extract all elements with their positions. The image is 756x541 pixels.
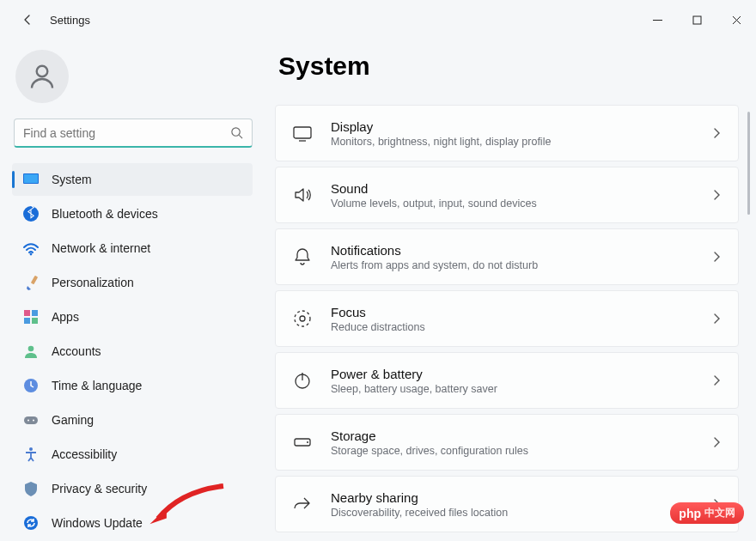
brush-icon xyxy=(22,274,40,291)
svg-point-23 xyxy=(295,311,310,326)
power-icon xyxy=(291,369,314,392)
sidebar-item-person[interactable]: Accounts xyxy=(12,335,253,368)
chevron-right-icon xyxy=(710,313,722,325)
svg-rect-13 xyxy=(32,318,38,324)
card-body: Power & battery Sleep, battery usage, ba… xyxy=(331,367,710,395)
sidebar-item-clock[interactable]: Time & language xyxy=(12,369,253,402)
sidebar-item-label: Windows Update xyxy=(52,516,143,530)
card-body: Display Monitors, brightness, night ligh… xyxy=(331,119,710,148)
card-bell[interactable]: Notifications Alerts from apps and syste… xyxy=(275,228,739,285)
svg-line-4 xyxy=(239,135,242,138)
svg-point-17 xyxy=(27,420,29,422)
card-title: Sound xyxy=(331,181,710,196)
card-title: Storage xyxy=(331,429,710,443)
bell-icon xyxy=(291,246,314,268)
card-title: Focus xyxy=(331,305,710,319)
sidebar-item-system[interactable]: System xyxy=(12,163,253,196)
search-icon xyxy=(230,126,243,139)
card-body: Focus Reduce distractions xyxy=(331,305,710,333)
svg-point-2 xyxy=(37,66,48,77)
arrow-left-icon xyxy=(21,13,35,27)
card-subtitle: Alerts from apps and system, do not dist… xyxy=(331,259,710,271)
chevron-right-icon xyxy=(710,127,722,139)
card-focus[interactable]: Focus Reduce distractions xyxy=(275,290,739,347)
svg-rect-16 xyxy=(24,416,38,424)
card-title: Notifications xyxy=(331,243,710,258)
sidebar-item-access[interactable]: Accessibility xyxy=(12,438,253,471)
card-share[interactable]: Nearby sharing Discoverability, received… xyxy=(275,476,739,532)
card-subtitle: Volume levels, output, input, sound devi… xyxy=(331,198,710,210)
minimize-button[interactable] xyxy=(637,7,677,33)
close-button[interactable] xyxy=(716,7,756,33)
svg-rect-21 xyxy=(294,127,311,138)
bluetooth-icon xyxy=(22,205,40,222)
svg-point-18 xyxy=(33,420,34,422)
card-body: Nearby sharing Discoverability, received… xyxy=(331,490,710,519)
titlebar: Settings xyxy=(0,0,756,40)
card-subtitle: Reduce distractions xyxy=(331,321,710,333)
card-body: Notifications Alerts from apps and syste… xyxy=(331,243,710,271)
svg-point-3 xyxy=(232,128,240,136)
sidebar-item-update[interactable]: Windows Update xyxy=(12,507,253,539)
scrollbar[interactable] xyxy=(747,45,754,532)
sidebar-item-label: Bluetooth & devices xyxy=(52,207,158,221)
sidebar-item-label: Accounts xyxy=(52,344,101,358)
share-icon xyxy=(291,493,314,515)
svg-rect-10 xyxy=(24,310,30,316)
chevron-right-icon xyxy=(710,374,722,386)
card-subtitle: Discoverability, received files location xyxy=(331,507,710,519)
sidebar-item-game[interactable]: Gaming xyxy=(12,404,253,436)
svg-rect-12 xyxy=(24,318,30,324)
card-power[interactable]: Power & battery Sleep, battery usage, ba… xyxy=(275,352,739,409)
svg-point-28 xyxy=(307,441,308,443)
user-avatar[interactable] xyxy=(15,50,69,103)
sidebar-item-label: Accessibility xyxy=(52,447,117,461)
chevron-right-icon xyxy=(710,189,722,201)
sidebar-item-label: Apps xyxy=(52,310,79,324)
sidebar-item-brush[interactable]: Personalization xyxy=(12,266,253,299)
system-icon xyxy=(22,171,40,188)
sidebar-item-label: Gaming xyxy=(52,413,94,427)
svg-rect-11 xyxy=(32,310,38,316)
clock-icon xyxy=(22,377,40,394)
sidebar-nav: SystemBluetooth & devicesNetwork & inter… xyxy=(12,163,253,539)
card-title: Power & battery xyxy=(331,367,710,381)
person-icon xyxy=(27,61,58,92)
sidebar-item-shield[interactable]: Privacy & security xyxy=(12,472,253,505)
card-title: Nearby sharing xyxy=(331,490,710,505)
main-panel: System Display Monitors, brightness, nig… xyxy=(275,40,739,541)
card-storage[interactable]: Storage Storage space, drives, configura… xyxy=(275,414,739,471)
window-controls xyxy=(637,7,756,33)
sidebar-item-label: Personalization xyxy=(52,276,134,289)
svg-point-14 xyxy=(28,346,34,352)
sidebar-item-apps[interactable]: Apps xyxy=(12,301,253,333)
sidebar: SystemBluetooth & devicesNetwork & inter… xyxy=(0,40,258,541)
watermark-cn: 中文网 xyxy=(704,506,735,520)
card-subtitle: Monitors, brightness, night light, displ… xyxy=(331,136,710,148)
card-display[interactable]: Display Monitors, brightness, night ligh… xyxy=(275,105,739,161)
search-input[interactable] xyxy=(23,126,230,140)
settings-list: Display Monitors, brightness, night ligh… xyxy=(275,105,739,532)
svg-point-24 xyxy=(300,316,305,321)
access-icon xyxy=(22,446,40,463)
scrollbar-thumb[interactable] xyxy=(747,112,750,215)
chevron-right-icon xyxy=(710,251,722,263)
sidebar-item-wifi[interactable]: Network & internet xyxy=(12,232,253,264)
svg-rect-6 xyxy=(24,174,38,183)
maximize-button[interactable] xyxy=(677,7,716,33)
minimize-icon xyxy=(653,15,662,25)
game-icon xyxy=(22,411,40,429)
update-icon xyxy=(22,514,40,532)
card-subtitle: Storage space, drives, configuration rul… xyxy=(331,445,710,457)
shield-icon xyxy=(22,480,40,497)
svg-point-19 xyxy=(29,447,33,451)
storage-icon xyxy=(291,431,314,453)
search-box[interactable] xyxy=(14,119,253,148)
person-icon xyxy=(22,343,40,360)
apps-icon xyxy=(22,308,40,325)
sidebar-item-bluetooth[interactable]: Bluetooth & devices xyxy=(12,198,253,230)
card-sound[interactable]: Sound Volume levels, output, input, soun… xyxy=(275,167,739,223)
sidebar-item-label: System xyxy=(52,173,92,186)
back-button[interactable] xyxy=(12,3,45,36)
svg-point-20 xyxy=(24,516,38,530)
